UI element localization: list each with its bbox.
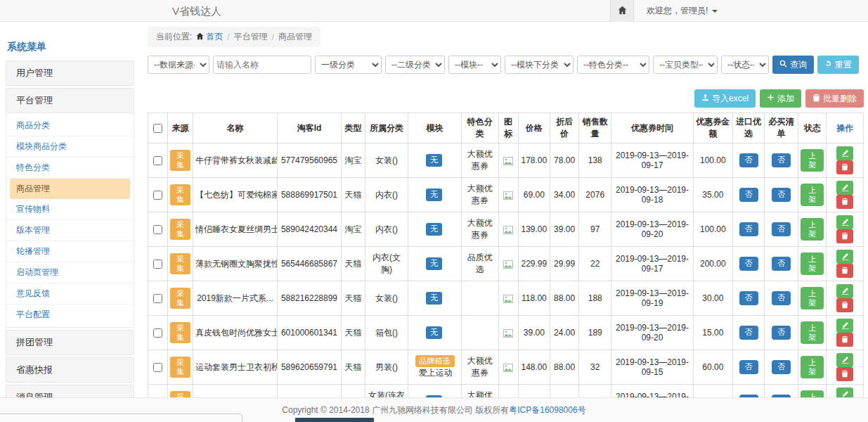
delete-button[interactable]	[836, 333, 853, 347]
coupon-time: 2019-09-13—2019-09-17	[611, 143, 693, 178]
sidebar-item-version-management[interactable]: 版本管理	[6, 220, 134, 241]
delete-button[interactable]	[836, 264, 853, 278]
must-buy-toggle[interactable]: 否	[772, 222, 791, 236]
delete-button[interactable]	[836, 229, 853, 243]
home-button[interactable]	[610, 0, 634, 22]
must-buy-toggle[interactable]: 否	[772, 257, 791, 270]
edit-icon	[841, 148, 849, 159]
module-badge: 无	[426, 257, 442, 269]
coupon-amount: 100.00	[693, 212, 732, 247]
sidebar-item-group-buy[interactable]: 拼团管理	[6, 330, 134, 355]
edit-button[interactable]	[836, 353, 853, 367]
edit-button[interactable]	[836, 181, 853, 195]
discount-price: 29.99	[550, 247, 579, 281]
thumbnail-cell	[498, 316, 518, 350]
item-type-select[interactable]: --宝贝类型--	[653, 56, 718, 74]
taoke-id: 589620659791	[278, 350, 342, 385]
must-buy-toggle[interactable]: 否	[772, 360, 791, 373]
delete-button[interactable]	[836, 367, 853, 381]
row-checkbox[interactable]	[153, 156, 162, 165]
row-checkbox[interactable]	[153, 328, 162, 338]
must-buy-toggle[interactable]: 否	[772, 188, 791, 201]
sidebar-item-carousel-management[interactable]: 轮播管理	[6, 241, 134, 262]
import-select-toggle[interactable]: 否	[739, 291, 758, 305]
coupon-amount: 15.00	[693, 316, 732, 350]
sidebar-item-product-category[interactable]: 商品分类	[6, 115, 134, 136]
status-badge[interactable]: 上架	[801, 184, 824, 206]
user-menu[interactable]: 欢迎您，管理员!	[647, 5, 718, 17]
coupon-amount: 200.00	[693, 247, 732, 281]
module-cell: 无	[408, 316, 462, 350]
status-badge[interactable]: 上架	[801, 149, 824, 172]
breadcrumb-platform[interactable]: 平台管理	[234, 31, 268, 43]
row-checkbox[interactable]	[153, 294, 162, 303]
delete-button[interactable]	[836, 298, 853, 312]
toolbar: 导入excel 添加 批量删除	[148, 89, 864, 108]
edit-button[interactable]	[836, 250, 853, 264]
edit-icon	[841, 183, 849, 193]
edit-button[interactable]	[836, 284, 853, 298]
must-buy-toggle[interactable]: 否	[772, 153, 791, 167]
sidebar-item-feature-category[interactable]: 特色分类	[6, 158, 134, 179]
sidebar-item-platform-management[interactable]: 平台管理	[6, 88, 134, 113]
module-sub-category-select[interactable]: --模块下分类--	[505, 56, 574, 74]
sidebar-item-promo-material[interactable]: 宣传物料	[6, 199, 134, 220]
status-select[interactable]: --状态--	[721, 56, 769, 74]
sidebar-item-splash-management[interactable]: 启动页管理	[6, 262, 134, 283]
import-select-toggle[interactable]: 否	[739, 222, 758, 236]
import-select-toggle[interactable]: 否	[739, 360, 758, 373]
source-badge: 采集	[170, 219, 190, 240]
edit-button[interactable]	[836, 215, 853, 229]
product-category: 内衣()	[365, 212, 408, 247]
level2-category-select[interactable]: --二级分类--	[385, 56, 445, 74]
status-badge[interactable]: 上架	[801, 287, 824, 309]
delete-button[interactable]	[836, 195, 853, 209]
import-select-toggle[interactable]: 否	[739, 153, 758, 167]
reset-button[interactable]: 重置	[817, 56, 859, 74]
thumbnail-cell	[498, 281, 518, 316]
module-select[interactable]: --模块--	[448, 56, 501, 74]
column-header-taoke-id: 淘客Id	[278, 113, 342, 143]
breadcrumb-product[interactable]: 商品管理	[278, 31, 312, 43]
module-cell: 无	[408, 178, 462, 212]
edit-button[interactable]	[836, 319, 853, 333]
feature-category-select[interactable]: --特色分类--	[577, 56, 649, 74]
add-button[interactable]: 添加	[760, 89, 801, 108]
edit-button[interactable]	[836, 146, 853, 160]
sidebar-item-module-product-category[interactable]: 模块商品分类	[6, 136, 134, 158]
taoke-id: 589042420344	[278, 212, 342, 247]
status-badge[interactable]: 上架	[801, 218, 824, 241]
product-category: 女装()	[365, 281, 408, 316]
search-button[interactable]: 查询	[772, 56, 814, 74]
batch-delete-button[interactable]: 批量删除	[805, 89, 864, 108]
data-source-select[interactable]: --数据来源--	[148, 56, 209, 74]
status-badge[interactable]: 上架	[801, 252, 824, 275]
select-all-checkbox[interactable]	[153, 124, 162, 133]
import-select-toggle[interactable]: 否	[739, 188, 758, 201]
import-select-toggle[interactable]: 否	[739, 326, 758, 339]
name-search-input[interactable]	[213, 56, 311, 74]
sidebar-item-feedback[interactable]: 意见反馈	[6, 283, 134, 305]
column-header-import-select: 进口优选	[733, 113, 765, 143]
product-name: 2019新款一片式系...	[193, 281, 278, 316]
sidebar-item-express-news[interactable]: 省惠快报	[6, 357, 134, 383]
delete-button[interactable]	[836, 160, 853, 174]
sidebar-item-product-management[interactable]: 商品管理	[10, 179, 130, 199]
row-checkbox[interactable]	[153, 363, 162, 372]
module-text: 爱上运动	[419, 368, 453, 378]
row-checkbox[interactable]	[153, 191, 162, 200]
must-buy-toggle[interactable]: 否	[772, 326, 791, 339]
status-badge[interactable]: 上架	[801, 356, 824, 378]
row-checkbox[interactable]	[153, 225, 162, 234]
must-buy-toggle[interactable]: 否	[772, 291, 791, 305]
actions-cell	[827, 281, 864, 316]
level1-category-select[interactable]: 一级分类	[315, 56, 382, 74]
icp-link[interactable]: 粤ICP备16098006号	[509, 404, 585, 416]
sidebar-item-user-management[interactable]: 用户管理	[6, 60, 134, 86]
sidebar-item-platform-config[interactable]: 平台配置	[6, 305, 134, 325]
status-badge[interactable]: 上架	[801, 321, 824, 344]
row-checkbox[interactable]	[153, 260, 162, 269]
import-excel-button[interactable]: 导入excel	[694, 89, 756, 108]
import-select-toggle[interactable]: 否	[739, 257, 758, 270]
breadcrumb-home-link[interactable]: 首页	[196, 31, 223, 43]
